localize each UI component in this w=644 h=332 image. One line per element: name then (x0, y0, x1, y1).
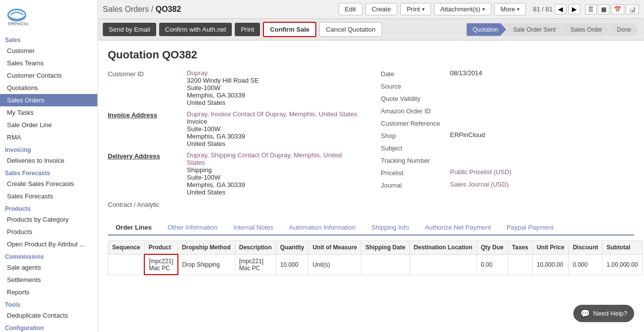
sidebar-section-products: Products (0, 202, 97, 213)
sidebar-item-customer[interactable]: Customer (0, 45, 97, 57)
amazon-order-id-row: Amazon Order ID (381, 106, 635, 115)
col-destination-location: Destination Location (410, 241, 477, 255)
pipeline-step-quotation[interactable]: Quotation (467, 23, 506, 36)
graph-view-button[interactable]: 📊 (626, 4, 639, 14)
shop-row: Shop ERPinCloud (381, 131, 635, 140)
sidebar: ERPinCloud Sales Customer Sales Teams Cu… (0, 0, 98, 332)
pipeline-step-done[interactable]: Done (605, 23, 639, 36)
tab-automation-information[interactable]: Automation Information (281, 220, 363, 236)
form-left: Customer ID Dupray 3200 Windy Hill Road … (108, 69, 361, 212)
customer-name-link[interactable]: Dupray (187, 69, 208, 77)
form-right: Date 08/13/2014 Source Quote Validity Am… (381, 69, 635, 212)
sidebar-item-quotations[interactable]: Quotations (0, 82, 97, 94)
sidebar-item-reports[interactable]: Reports (0, 286, 97, 298)
sidebar-item-sale-agents[interactable]: Sale agents (0, 261, 97, 274)
view-icons: ☰ ▦ 📅 📊 (585, 4, 639, 14)
pipeline-step-sale-order-sent[interactable]: Sale Order Sent (501, 23, 563, 36)
create-button[interactable]: Create (365, 3, 397, 15)
need-help-widget[interactable]: 💬 Need Help? (573, 305, 634, 322)
sidebar-item-rma[interactable]: RMA (0, 131, 97, 143)
next-record-button[interactable]: ▶ (568, 4, 580, 14)
more-button[interactable]: More ▾ (494, 3, 526, 15)
col-unit-of-measure: Unit of Measure (308, 241, 361, 255)
sidebar-logo: ERPinCloud (0, 4, 97, 34)
quote-validity-label: Quote Validity (381, 94, 450, 102)
kanban-view-button[interactable]: ▦ (598, 4, 609, 14)
order-lines-table: Sequence Product Dropship Method Descrip… (108, 240, 643, 275)
customer-reference-row: Customer Reference (381, 119, 635, 127)
subject-label: Subject (381, 143, 450, 152)
cell-taxes (508, 254, 532, 275)
tab-other-information[interactable]: Other Information (160, 220, 225, 236)
sidebar-item-my-tasks[interactable]: My Tasks (0, 106, 97, 119)
breadcrumb-title: Sales Orders / QO382 (103, 5, 181, 14)
sidebar-item-deduplicate-contacts[interactable]: Deduplicate Contacts (0, 309, 97, 322)
col-sequence: Sequence (108, 241, 145, 255)
more-dropdown-arrow: ▾ (517, 6, 519, 12)
col-product: Product (144, 241, 177, 255)
col-subtotal: Subtotal (602, 241, 642, 255)
delivery-address-row: Delivery Address Dupray, Shipping Contac… (108, 151, 361, 196)
journal-link[interactable]: Sales Journal (USD) (450, 181, 509, 188)
sidebar-item-sale-order-line[interactable]: Sale Order Line (0, 119, 97, 131)
cell-product[interactable]: [mpc221] Mac PC (144, 254, 177, 275)
amazon-order-id-label: Amazon Order ID (381, 106, 450, 115)
cell-shipping-date (361, 254, 410, 275)
invoice-address-link[interactable]: Dupray, Invoice Contact Of Dupray, Memph… (187, 110, 357, 118)
sidebar-item-open-product-by-attrib[interactable]: Open Product By Attribut ... (0, 238, 97, 250)
tab-order-lines[interactable]: Order Lines (108, 220, 160, 236)
attachments-button[interactable]: Attachment(s) ▾ (434, 3, 491, 15)
print-action-button[interactable]: Print (235, 23, 260, 36)
sidebar-item-sales-forecasts[interactable]: Sales Forecasts (0, 190, 97, 202)
send-by-email-button[interactable]: Send by Email (103, 23, 156, 36)
print-button[interactable]: Print ▾ (400, 3, 431, 15)
sidebar-item-settlements[interactable]: Settlements (0, 274, 97, 286)
journal-row: Journal Sales Journal (USD) (381, 181, 635, 189)
edit-button[interactable]: Edit (339, 3, 362, 15)
sidebar-item-deliveries-to-invoice[interactable]: Deliveries to Invoice (0, 154, 97, 167)
tab-authnet-payment[interactable]: Authorize.Net Payment (417, 220, 499, 236)
journal-value: Sales Journal (USD) (450, 181, 509, 188)
breadcrumb: Sales Orders / (103, 5, 153, 13)
source-row: Source (381, 82, 635, 90)
tab-shipping-info[interactable]: Shipping Info (363, 220, 417, 236)
sidebar-section-tools: Tools (0, 298, 97, 309)
table-row: [mpc221] Mac PC Drop Shipping [mpc221] M… (108, 254, 643, 275)
sidebar-item-products[interactable]: Products (0, 226, 97, 238)
cell-discount: 0.000 (568, 254, 602, 275)
col-discount: Discount (568, 241, 602, 255)
journal-label: Journal (381, 181, 450, 189)
sidebar-item-create-sales-forecasts[interactable]: Create Sales Forecasts (0, 178, 97, 190)
invoice-address-label: Invoice Address (108, 110, 187, 119)
tab-internal-notes[interactable]: Internal Notes (225, 220, 281, 236)
cell-dropship-method: Drop Shipping (178, 254, 235, 275)
pricelist-link[interactable]: Public Pricelist (USD) (450, 168, 512, 176)
customer-address: 3200 Windy Hill Road SE Suite-100W Memph… (187, 77, 259, 106)
customer-reference-label: Customer Reference (381, 119, 450, 127)
sidebar-item-sales-orders[interactable]: Sales Orders (0, 94, 97, 106)
sidebar-section-sales: Sales (0, 34, 97, 45)
contract-analytic-row: Contract / Analytic (108, 200, 361, 208)
tabs-bar: Order Lines Other Information Internal N… (108, 220, 634, 236)
sidebar-section-configuration: Configuration (0, 322, 97, 332)
cell-qty-due: 0.00 (476, 254, 508, 275)
sidebar-item-sales-teams[interactable]: Sales Teams (0, 57, 97, 69)
print-dropdown-arrow: ▾ (422, 6, 425, 12)
date-row: Date 08/13/2014 (381, 69, 635, 78)
date-value: 08/13/2014 (450, 69, 482, 77)
quote-validity-row: Quote Validity (381, 94, 635, 102)
cancel-quotation-button[interactable]: Cancel Quotation (319, 22, 382, 37)
sidebar-item-products-by-category[interactable]: Products by Category (0, 213, 97, 226)
pipeline-step-sales-order[interactable]: Sales Order (558, 23, 610, 36)
cell-subtotal: 1,00,000.00 (602, 254, 642, 275)
tab-paypal-payment[interactable]: Paypal Payment (499, 220, 561, 236)
sidebar-item-customer-contacts[interactable]: Customer Contacts (0, 69, 97, 82)
prev-record-button[interactable]: ◀ (555, 4, 566, 14)
confirm-sale-button[interactable]: Confirm Sale (263, 22, 316, 37)
list-view-button[interactable]: ☰ (585, 4, 597, 14)
delivery-address-link[interactable]: Dupray, Shipping Contact Of Dupray, Memp… (187, 151, 342, 166)
cell-description: [mpc221] Mac PC (235, 254, 276, 275)
confirm-with-authnet-button[interactable]: Confirm with Auth.net (159, 23, 232, 36)
invoice-address-value: Dupray, Invoice Contact Of Dupray, Memph… (187, 110, 357, 147)
calendar-view-button[interactable]: 📅 (611, 4, 624, 14)
